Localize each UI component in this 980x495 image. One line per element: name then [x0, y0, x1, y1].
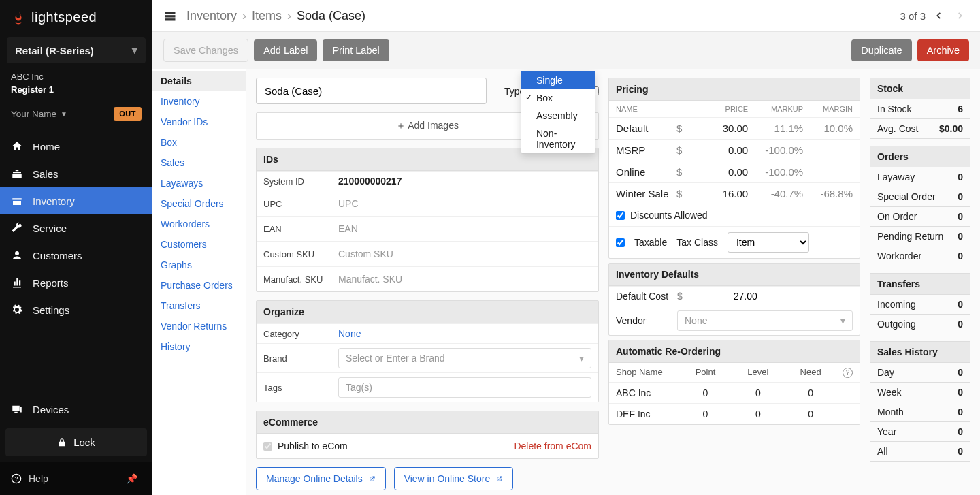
out-badge[interactable]: OUT — [114, 107, 142, 121]
category-value[interactable]: None — [338, 328, 361, 339]
sub-nav-customers[interactable]: Customers — [152, 234, 246, 255]
sub-nav-vendor-ids[interactable]: Vendor IDs — [152, 112, 246, 132]
nav-inventory[interactable]: Inventory — [0, 187, 152, 214]
tax-class-select[interactable]: Item — [728, 232, 809, 253]
ean-input[interactable] — [338, 221, 591, 237]
price-row-online: Online$ 0.00 -100.0% — [609, 161, 860, 182]
vendor-select[interactable]: None ▾ — [677, 310, 853, 331]
svg-point-0 — [15, 251, 19, 255]
taxable-checkbox[interactable] — [616, 238, 625, 247]
type-wrap: Type Single Box Assembly Non-Inventory — [504, 86, 525, 97]
reorder-level-input[interactable]: 0 — [732, 409, 784, 419]
custom-sku-label: Custom SKU — [263, 249, 338, 259]
sub-nav-purchase-orders[interactable]: Purchase Orders — [152, 275, 246, 296]
discounts-checkbox[interactable] — [616, 211, 625, 220]
nav-service[interactable]: Service — [0, 214, 152, 242]
nav-home[interactable]: Home — [0, 133, 152, 160]
chevron-down-icon: ▼ — [61, 110, 67, 118]
col-left: Type Single Box Assembly Non-Inventory S… — [256, 78, 599, 493]
nav-sales[interactable]: Sales — [0, 160, 152, 187]
custom-sku-input[interactable] — [338, 246, 591, 262]
manufact-sku-input[interactable] — [338, 271, 591, 287]
publish-ecom-toggle[interactable]: Publish to eCom — [263, 441, 348, 451]
type-option-box[interactable]: Box — [521, 89, 595, 107]
type-dropdown[interactable]: Single Box Assembly Non-Inventory — [521, 71, 595, 154]
gear-icon — [11, 304, 23, 316]
reorder-level-input[interactable]: 0 — [732, 387, 784, 398]
nav-settings[interactable]: Settings — [0, 296, 152, 323]
nav-reports[interactable]: Reports — [0, 269, 152, 296]
delete-ecom-link[interactable]: Delete from eCom — [514, 441, 591, 451]
manage-online-button[interactable]: Manage Online Details — [256, 467, 386, 490]
view-online-button[interactable]: View in Online Store — [394, 467, 514, 490]
price-winter[interactable]: 16.00 — [693, 188, 748, 199]
price-msrp[interactable]: 0.00 — [693, 144, 748, 156]
plus-icon: ＋ — [396, 120, 406, 131]
upc-input[interactable] — [338, 195, 591, 212]
upc-label: UPC — [263, 199, 338, 209]
archive-button[interactable]: Archive — [917, 39, 969, 61]
lock-button[interactable]: Lock — [5, 428, 147, 456]
sub-nav-vendor-returns[interactable]: Vendor Returns — [152, 316, 246, 336]
reorder-header: Shop Name Point Level Need ? — [609, 363, 860, 382]
panel-stock: Stock In Stock6 Avg. Cost$0.00 — [870, 78, 970, 139]
type-option-non-inventory[interactable]: Non-Inventory — [521, 125, 595, 153]
external-icon — [495, 475, 503, 483]
pager-prev[interactable] — [930, 7, 947, 25]
pager-next — [951, 7, 969, 25]
print-label-button[interactable]: Print Label — [323, 39, 389, 61]
price-row-msrp: MSRP$ 0.00 -100.0% — [609, 139, 860, 161]
vendor-label: Vendor — [616, 315, 670, 326]
chevron-down-icon: ▾ — [579, 353, 584, 364]
brand-text: lightspeed — [31, 10, 97, 25]
default-cost-label: Default Cost — [616, 291, 670, 302]
price-online[interactable]: 0.00 — [693, 166, 748, 178]
reorder-row: DEF Inc 0 0 0 — [609, 403, 860, 424]
sub-nav-layaways[interactable]: Layaways — [152, 173, 246, 193]
sub-nav: Details Inventory Vendor IDs Box Sales L… — [152, 69, 246, 495]
type-option-assembly[interactable]: Assembly — [521, 107, 595, 125]
sub-nav-history[interactable]: History — [152, 336, 246, 357]
default-cost-input[interactable] — [689, 291, 757, 302]
sub-nav-box[interactable]: Box — [152, 132, 246, 153]
sub-nav-graphs[interactable]: Graphs — [152, 255, 246, 275]
reorder-row: ABC Inc 0 0 0 — [609, 382, 860, 403]
sub-nav-special-orders[interactable]: Special Orders — [152, 193, 246, 214]
tags-input[interactable] — [338, 377, 591, 398]
nav-devices[interactable]: Devices — [0, 396, 152, 423]
breadcrumb-items[interactable]: Items — [252, 9, 282, 23]
help-icon: ? — [11, 473, 22, 484]
item-name-input[interactable] — [256, 78, 487, 104]
help-button[interactable]: ? Help — [11, 473, 48, 484]
sidebar: lightspeed Retail (R-Series) ▾ ABC Inc R… — [0, 0, 152, 495]
pin-icon[interactable]: 📌 — [122, 470, 142, 487]
section-reorder-head: Automatic Re-Ordering — [609, 340, 860, 363]
duplicate-button[interactable]: Duplicate — [851, 39, 911, 61]
system-id-value: 210000000217 — [338, 176, 591, 187]
section-reorder: Automatic Re-Ordering Shop Name Point Le… — [608, 340, 860, 425]
platform-selector[interactable]: Retail (R-Series) ▾ — [7, 37, 146, 63]
sub-nav-transfers[interactable]: Transfers — [152, 296, 246, 316]
sub-nav-workorders[interactable]: Workorders — [152, 214, 246, 234]
col-mid: Pricing NAME PRICE MARKUP MARGIN Default… — [608, 78, 860, 425]
section-organize: Organize Category None Brand Select or E… — [256, 300, 599, 402]
user-menu[interactable]: Your Name ▼ — [11, 109, 67, 119]
reorder-point-input[interactable]: 0 — [679, 387, 732, 398]
help-icon[interactable]: ? — [843, 368, 853, 378]
sub-nav-sales[interactable]: Sales — [152, 153, 246, 173]
svg-rect-3 — [165, 12, 176, 14]
section-ids: IDs System ID 210000000217 UPC EAN Cu — [256, 148, 599, 292]
add-label-button[interactable]: Add Label — [254, 39, 317, 61]
breadcrumb-inventory[interactable]: Inventory — [186, 9, 237, 23]
nav-customers[interactable]: Customers — [0, 242, 152, 269]
brand-select[interactable]: Select or Enter a Brand ▾ — [338, 348, 591, 368]
price-default[interactable]: 30.00 — [693, 123, 748, 134]
reorder-point-input[interactable]: 0 — [679, 409, 732, 419]
save-button: Save Changes — [163, 39, 248, 62]
sub-nav-details[interactable]: Details — [152, 71, 246, 91]
type-option-single[interactable]: Single — [521, 71, 595, 89]
category-label: Category — [263, 329, 338, 339]
ecom-buttons: Manage Online Details View in Online Sto… — [256, 467, 599, 493]
sub-nav-inventory[interactable]: Inventory — [152, 91, 246, 112]
section-pricing: Pricing NAME PRICE MARKUP MARGIN Default… — [608, 78, 860, 259]
